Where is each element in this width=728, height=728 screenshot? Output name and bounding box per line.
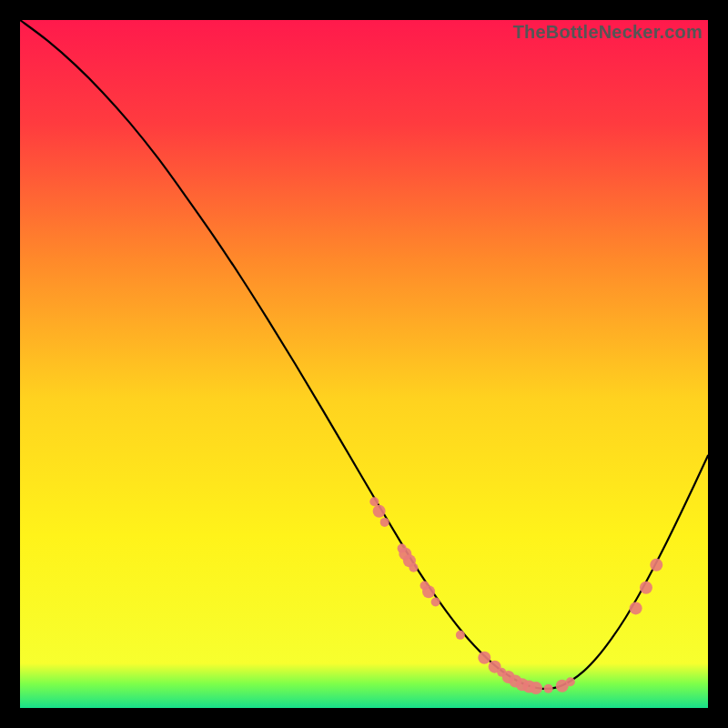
data-marker	[566, 677, 575, 686]
data-marker	[530, 682, 542, 694]
bottleneck-curve	[20, 20, 708, 689]
data-marker	[409, 563, 418, 572]
data-marker	[422, 585, 435, 598]
data-marker	[640, 581, 652, 594]
data-marker	[544, 684, 553, 693]
plot-area: TheBottleNecker.com	[20, 20, 708, 708]
chart-frame: TheBottleNecker.com	[0, 0, 728, 728]
data-marker	[650, 559, 662, 571]
data-marker	[478, 652, 490, 664]
data-marker	[369, 497, 379, 506]
data-marker	[431, 598, 440, 607]
data-marker	[380, 518, 389, 527]
chart-svg	[20, 20, 708, 708]
data-marker	[373, 505, 386, 518]
marker-group	[369, 497, 662, 694]
data-marker	[456, 631, 465, 640]
data-marker	[630, 602, 642, 614]
